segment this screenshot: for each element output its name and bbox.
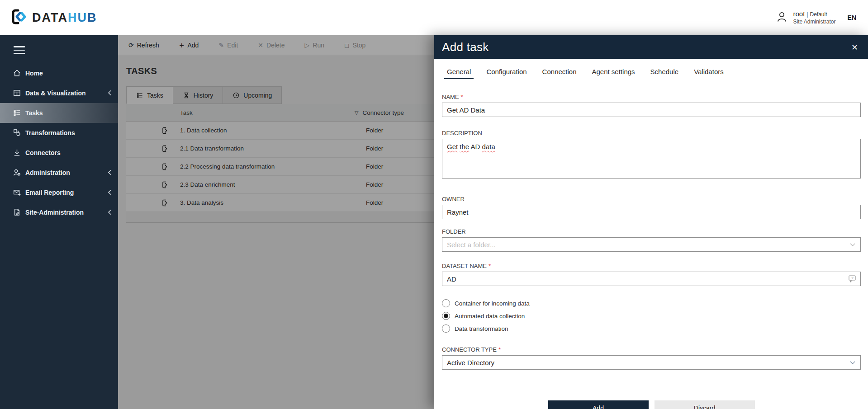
tab-connection[interactable]: Connection — [540, 68, 579, 79]
hamburger-menu-icon[interactable] — [14, 46, 25, 54]
close-icon[interactable]: ✕ — [851, 42, 858, 52]
sidebar-item-email-reporting[interactable]: Email Reporting — [0, 183, 118, 202]
owner-input[interactable] — [442, 205, 861, 219]
connector-type-select[interactable]: Active Directory — [442, 355, 861, 370]
tab-upcoming[interactable]: Upcoming — [223, 86, 282, 104]
language-selector[interactable]: EN — [848, 14, 856, 21]
datahub-logo-icon — [10, 8, 28, 28]
connector-type-value: Active Directory — [447, 359, 494, 367]
radio-data-transformation[interactable]: Data transformation — [442, 324, 861, 333]
table-row[interactable]: 2.3 Data enrichment Folder — [126, 176, 434, 194]
chevron-down-icon — [850, 243, 855, 247]
stop-icon: ◻ — [344, 42, 350, 49]
column-header-task[interactable]: Task — [180, 109, 355, 116]
document-pen-icon — [13, 208, 21, 216]
app-logo[interactable]: DATAHUB — [10, 8, 97, 28]
modal-header: Add task ✕ — [434, 35, 868, 59]
email-icon — [13, 188, 21, 197]
table-row[interactable]: 1. Data collection Folder — [126, 122, 434, 140]
name-input[interactable] — [442, 103, 861, 117]
sidebar-item-transformations[interactable]: Transformations — [0, 123, 118, 143]
folder-label: FOLDER — [442, 228, 466, 235]
user-tenant: Default — [810, 11, 827, 18]
main-content: ⟳ Refresh + Add ✎ Edit ✕ Delete ▷ Run ◻ … — [118, 35, 434, 409]
dataset-name-label: DATASET NAME — [442, 263, 487, 269]
sidebar-nav: Home Data & Visualization Tasks Transfor… — [0, 63, 118, 222]
delete-button[interactable]: ✕ Delete — [258, 42, 285, 49]
user-icon[interactable] — [776, 11, 788, 24]
tab-schedule[interactable]: Schedule — [648, 68, 682, 79]
sidebar-item-site-administration[interactable]: Site-Administration — [0, 202, 118, 222]
run-button[interactable]: ▷ Run — [304, 42, 324, 49]
chevron-left-icon — [107, 209, 112, 216]
add-task-submit-button[interactable]: Add — [548, 400, 649, 409]
dashboard-icon — [13, 89, 21, 97]
task-folder-icon — [161, 162, 170, 171]
table-row[interactable]: 3. Data analysis Folder — [126, 194, 434, 212]
user-separator: | — [806, 11, 808, 18]
tasks-toolbar: ⟳ Refresh + Add ✎ Edit ✕ Delete ▷ Run ◻ … — [118, 35, 434, 55]
required-asterisk: * — [498, 346, 501, 353]
radio-circle-icon — [442, 299, 450, 307]
sidebar-item-tasks[interactable]: Tasks — [0, 103, 118, 123]
view-tabs: Tasks History Upcoming — [126, 86, 434, 104]
required-asterisk: * — [489, 263, 491, 269]
sidebar-item-data-visualization[interactable]: Data & Visualization — [0, 83, 118, 103]
tasks-table: Task ▽ Connector type 1. Data collection… — [126, 104, 434, 223]
name-label: NAME — [442, 94, 459, 100]
page-title: TASKS — [126, 66, 434, 76]
folder-select[interactable]: Select a folder... — [442, 237, 861, 252]
pencil-icon: ✎ — [218, 42, 224, 49]
tasks-content: TASKS Tasks History Upcoming Task ▽ Conn… — [118, 66, 434, 223]
column-header-connector-type[interactable]: Connector type — [362, 109, 404, 116]
sidebar-item-administration[interactable]: Administration — [0, 163, 118, 183]
play-icon: ▷ — [304, 42, 309, 49]
stop-button[interactable]: ◻ Stop — [344, 42, 365, 49]
name-field-group: NAME* — [442, 94, 861, 117]
user-role: Site Administrator — [793, 19, 836, 25]
radio-circle-icon — [442, 324, 450, 333]
discard-button[interactable]: Discard — [655, 400, 755, 409]
table-row[interactable]: 2.2 Processing data transformation Folde… — [126, 158, 434, 176]
user-info[interactable]: root|Default Site Administrator — [793, 10, 836, 25]
user-gear-icon — [13, 168, 21, 177]
radio-automated-data-collection[interactable]: Automated data collection — [442, 311, 861, 320]
tab-validators[interactable]: Validators — [691, 68, 726, 79]
refresh-button[interactable]: ⟳ Refresh — [128, 42, 159, 49]
edit-button[interactable]: ✎ Edit — [218, 42, 238, 49]
dataset-name-input[interactable] — [442, 272, 861, 286]
x-icon: ✕ — [258, 42, 263, 49]
tab-agent-settings[interactable]: Agent settings — [589, 68, 638, 79]
refresh-icon: ⟳ — [128, 42, 134, 49]
chevron-down-icon — [850, 361, 855, 365]
modal-actions: Add Discard — [442, 400, 861, 409]
tab-tasks[interactable]: Tasks — [126, 86, 173, 104]
radio-container-for-incoming-data[interactable]: Container for incoming data — [442, 299, 861, 308]
topbar-right: root|Default Site Administrator EN — [776, 10, 860, 25]
comment-icon[interactable]: ? — [848, 275, 857, 283]
tab-general[interactable]: General — [444, 68, 474, 79]
top-bar: DATAHUB root|Default Site Administrator … — [0, 0, 868, 35]
add-button[interactable]: + Add — [179, 42, 199, 49]
task-folder-icon — [161, 144, 170, 153]
sidebar-item-connectors[interactable]: Connectors — [0, 143, 118, 163]
add-task-modal: Add task ✕ General Configuration Connect… — [434, 35, 868, 409]
connector-type-field-group: CONNECTOR TYPE* Active Directory — [442, 346, 861, 370]
sidebar-item-home[interactable]: Home — [0, 63, 118, 83]
tab-configuration[interactable]: Configuration — [484, 68, 529, 79]
tab-history[interactable]: History — [173, 86, 223, 104]
user-name: root — [793, 10, 805, 18]
task-folder-icon — [161, 180, 170, 189]
table-row[interactable]: 2.1 Data transformation Folder — [126, 140, 434, 158]
description-textarea[interactable]: Get the AD data — [442, 139, 861, 179]
description-field-group: DESCRIPTION Get the AD data — [442, 130, 861, 179]
table-header: Task ▽ Connector type — [126, 104, 434, 122]
task-list-icon — [13, 108, 21, 117]
filter-dropdown-icon[interactable]: ▽ — [355, 110, 358, 116]
home-icon — [13, 69, 21, 77]
connector-type-label: CONNECTOR TYPE — [442, 346, 497, 353]
brand-name: DATAHUB — [32, 11, 97, 25]
plus-icon: + — [179, 42, 185, 49]
modal-tabs: General Configuration Connection Agent s… — [444, 68, 861, 79]
download-icon — [13, 148, 21, 157]
